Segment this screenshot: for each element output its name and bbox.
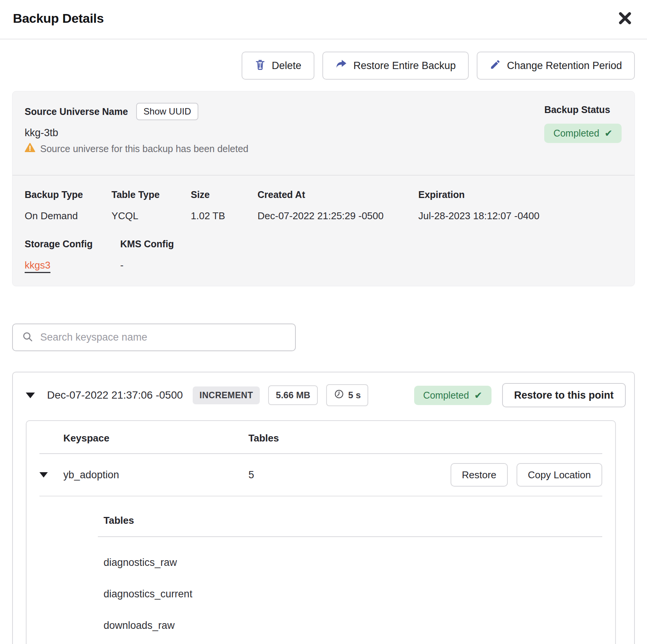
keyspace-table-header: Keyspace Tables [27,421,615,453]
field-table-type: Table Type YCQL [111,189,191,222]
chevron-down-icon[interactable] [39,472,48,478]
tables-count: 5 [248,469,254,481]
delete-button[interactable]: Delete [242,52,314,80]
keyspace-name: yb_adoption [63,469,248,481]
increment-duration-badge: 5 s [326,384,368,406]
field-kms-config: KMS Config - [120,239,174,273]
change-retention-period-label: Change Retention Period [507,60,622,72]
increment-timestamp: Dec-07-2022 21:37:06 -0500 [47,389,183,401]
restore-to-this-point-button[interactable]: Restore to this point [502,383,626,407]
restore-entire-backup-label: Restore Entire Backup [353,60,456,72]
chevron-down-icon[interactable] [26,393,35,398]
page-title: Backup Details [13,11,104,26]
increment-type-badge: INCREMENT [193,386,260,404]
warning-icon [25,143,35,155]
field-backup-type: Backup Type On Demand [25,189,111,222]
field-expiration: Expiration Jul-28-2023 18:12:07 -0400 [418,189,622,222]
delete-button-label: Delete [272,60,302,72]
increment-header: Dec-07-2022 21:37:06 -0500 INCREMENT 5.6… [13,372,634,407]
clock-icon [334,389,344,402]
increment-backup-card: Dec-07-2022 21:37:06 -0500 INCREMENT 5.6… [12,372,635,644]
column-tables: Tables [248,432,279,444]
universe-deleted-warning: Source universe for this backup has been… [40,143,248,154]
trash-icon [254,58,266,73]
source-universe-name: kkg-3tb [25,127,248,139]
search-icon [22,331,33,344]
keyspace-search[interactable] [12,324,296,351]
copy-location-button[interactable]: Copy Location [517,463,602,487]
tables-sublist: Tables diagnostics_raw diagnostics_curre… [27,496,615,644]
close-icon[interactable] [617,10,633,27]
show-uuid-button[interactable]: Show UUID [136,103,198,120]
pencil-icon [490,59,501,73]
restore-entire-backup-button[interactable]: Restore Entire Backup [322,52,469,80]
backup-summary-panel: Source Universe Name Show UUID kkg-3tb S… [12,91,635,286]
check-icon [474,390,482,401]
table-item: diagnostics_current [27,588,615,600]
change-retention-period-button[interactable]: Change Retention Period [477,52,635,80]
source-universe-label: Source Universe Name [25,106,128,117]
keyspace-table-card: Keyspace Tables yb_adoption 5 Restore Co… [26,420,616,644]
check-icon [605,128,612,139]
increment-size-badge: 5.66 MB [268,385,318,405]
field-storage-config: Storage Config kkgs3 [25,239,120,273]
increment-status-badge: Completed [414,386,492,405]
backup-status-badge: Completed [544,124,622,143]
search-input[interactable] [40,331,286,343]
restore-arrow-icon [335,59,347,72]
field-created-at: Created At Dec-07-2022 21:25:29 -0500 [258,189,418,222]
field-size: Size 1.02 TB [191,189,258,222]
backup-status-label: Backup Status [544,104,622,115]
keyspace-row[interactable]: yb_adoption 5 Restore Copy Location [27,454,615,496]
table-item: diagnostics_raw [27,557,615,569]
modal-header: Backup Details [0,0,647,39]
storage-config-link[interactable]: kkgs3 [25,259,50,273]
toolbar: Delete Restore Entire Backup Change Rete… [0,39,647,80]
tables-sublist-header: Tables [27,515,615,526]
table-item: downloads_raw [27,620,615,631]
restore-button[interactable]: Restore [451,463,508,487]
column-keyspace: Keyspace [63,432,248,444]
